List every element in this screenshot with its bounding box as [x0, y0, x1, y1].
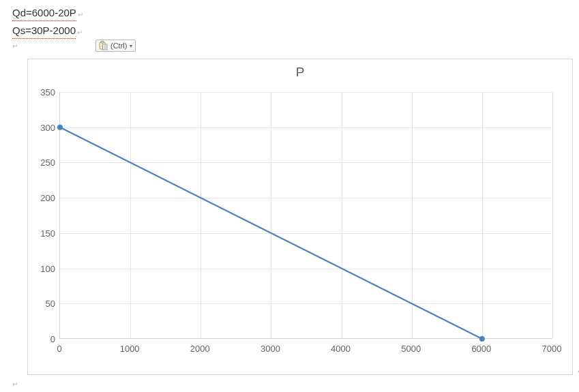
x-axis-tick-label: 1000 — [120, 344, 140, 354]
chevron-down-icon: ▾ — [130, 43, 132, 49]
x-axis-tick-label: 0 — [57, 344, 61, 354]
equation-qs: Qs=30P-2000 — [12, 23, 76, 39]
y-axis-tick-label: 0 — [35, 334, 55, 344]
equation-qd: Qd=6000-20P — [12, 5, 76, 21]
chart-container[interactable]: P 05010015020025030035001000200030004000… — [27, 59, 573, 375]
x-axis-tick-label: 6000 — [471, 344, 491, 354]
y-axis-tick-label: 100 — [35, 263, 55, 273]
y-axis-tick-label: 150 — [35, 228, 55, 238]
clipboard-icon — [98, 41, 108, 50]
chart-plot-area: 0501001502002503003500100020003000400050… — [35, 92, 552, 354]
y-axis-tick-label: 350 — [35, 87, 55, 97]
gridline-vertical — [552, 92, 553, 338]
x-axis-tick-label: 3000 — [261, 344, 280, 354]
paragraph-mark-icon: ↵ — [77, 29, 83, 36]
paste-options-button[interactable]: (Ctrl) ▾ — [95, 40, 136, 52]
x-axis-tick-label: 5000 — [401, 344, 421, 354]
y-axis-tick-label: 250 — [35, 157, 55, 168]
x-axis-tick-label: 7000 — [542, 344, 562, 354]
paragraph-mark-icon: ↵ — [78, 11, 83, 18]
paste-options-label: (Ctrl) — [110, 42, 127, 50]
chart-series-svg — [60, 92, 552, 339]
x-axis-tick-label: 4000 — [331, 344, 351, 354]
y-axis-tick-label: 200 — [35, 193, 55, 203]
y-axis-tick-label: 300 — [35, 122, 55, 132]
chart-data-point — [57, 125, 63, 130]
chart-title: P — [28, 65, 572, 80]
svg-rect-1 — [101, 42, 104, 44]
paragraph-mark-icon: ↵ — [12, 380, 18, 388]
chart-data-point — [479, 336, 485, 342]
x-axis-tick-label: 2000 — [190, 344, 210, 354]
chart-line-series — [60, 127, 482, 339]
y-axis-tick-label: 50 — [35, 299, 55, 309]
